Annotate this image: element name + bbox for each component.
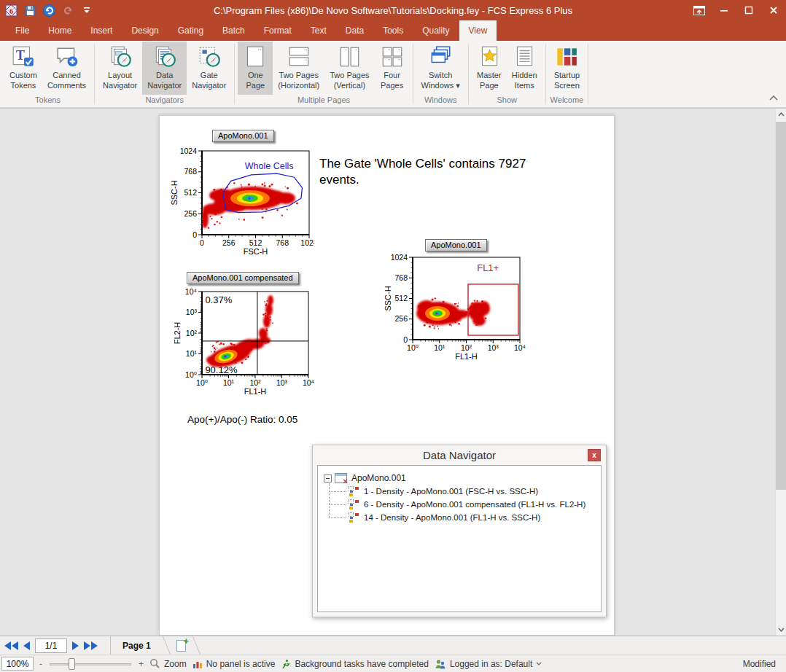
previous-page-button[interactable] xyxy=(23,641,30,650)
tab-home[interactable]: Home xyxy=(39,20,81,41)
quadrant-label-lower-left: 90.12% xyxy=(205,364,238,375)
tree-item-2[interactable]: 6 - Density - ApoMono.001 compensated (F… xyxy=(349,498,585,511)
tab-format[interactable]: Format xyxy=(254,20,301,41)
close-button[interactable] xyxy=(761,0,786,20)
custom-tokens-button[interactable]: TCustomTokens xyxy=(4,42,42,95)
scroll-down-icon[interactable] xyxy=(776,624,786,636)
tree-item-3[interactable]: 14 - Density - ApoMono.001 (FL1-H vs. SS… xyxy=(349,511,540,524)
ribbon-button-label: MasterPage xyxy=(477,71,502,91)
two-pages-h-icon xyxy=(287,44,311,69)
minimize-button[interactable] xyxy=(712,0,736,20)
plot-title[interactable]: ApoMono.001 xyxy=(212,130,274,142)
two-pages-v-button[interactable]: Two Pages(Vertical) xyxy=(324,42,374,95)
ribbon-group-label: Multiple Pages xyxy=(238,95,409,107)
ribbon-button-label: Two Pages(Vertical) xyxy=(330,71,369,91)
zoom-slider[interactable] xyxy=(50,657,131,671)
plot-node-icon xyxy=(349,486,359,496)
ribbon-button-label: Two Pages(Horizontal) xyxy=(278,71,319,91)
save-icon[interactable] xyxy=(23,4,36,17)
y-axis-label: SSC-H xyxy=(384,286,392,310)
one-page-button[interactable]: OnePage xyxy=(238,42,273,95)
scroll-up-icon[interactable] xyxy=(776,109,786,120)
add-page-button[interactable] xyxy=(172,640,191,652)
tab-text[interactable]: Text xyxy=(301,20,336,41)
undo-icon[interactable] xyxy=(42,4,55,17)
tab-tools[interactable]: Tools xyxy=(373,20,413,41)
tree-connector xyxy=(329,483,330,518)
tab-batch[interactable]: Batch xyxy=(213,20,254,41)
switch-windows-button[interactable]: SwitchWindows ▾ xyxy=(416,42,465,95)
gate-label: Whole Cells xyxy=(245,161,294,171)
window-title: C:\Program Files (x86)\De Novo Software\… xyxy=(0,5,786,16)
data-navigator-button[interactable]: DataNavigator xyxy=(142,42,187,95)
zoom-slider-thumb[interactable] xyxy=(69,658,75,670)
running-tasks-icon xyxy=(281,659,291,669)
custom-tokens-icon: T xyxy=(11,44,36,69)
y-tick-label: 10² xyxy=(186,329,198,337)
next-page-button[interactable] xyxy=(72,641,79,650)
window-controls xyxy=(687,0,786,20)
plot-title[interactable]: ApoMono.001 xyxy=(425,239,487,251)
ribbon-group-label: Windows xyxy=(416,95,465,107)
hidden-items-button[interactable]: HiddenItems xyxy=(507,42,542,95)
zoom-value[interactable]: 100% xyxy=(1,657,34,671)
tree-root-row[interactable]: ✕ ApoMono.001 xyxy=(324,472,406,485)
background-tasks-status: Background tasks have completed xyxy=(281,659,428,669)
density-plot-fsc-ssc[interactable]: ApoMono.0010102425676851251276825610240F… xyxy=(168,125,314,267)
x-tick-label: 10³ xyxy=(488,343,499,352)
tab-view[interactable]: View xyxy=(459,20,497,41)
gate-navigator-icon xyxy=(197,44,222,69)
redo-icon xyxy=(61,4,74,17)
tab-data[interactable]: Data xyxy=(336,20,373,41)
gate-navigator-button[interactable]: GateNavigator xyxy=(187,42,231,95)
x-tick-label: 10⁰ xyxy=(407,343,419,352)
ribbon-button-label: GateNavigator xyxy=(192,71,226,91)
density-plot-fl1-fl2-compensated[interactable]: ApoMono.001 compensated10⁰10⁴10¹10³10²10… xyxy=(174,270,320,410)
startup-screen-button[interactable]: StartupScreen xyxy=(549,42,585,95)
layout-navigator-button[interactable]: LayoutNavigator xyxy=(98,42,142,95)
svg-text:6: 6 xyxy=(9,7,13,15)
master-page-button[interactable]: MasterPage xyxy=(472,42,507,95)
gate-info-text[interactable]: The Gate 'Whole Cells' contains 7927 eve… xyxy=(319,156,527,188)
last-page-button[interactable] xyxy=(84,641,98,650)
fcs-express-window: 6 C:\Program Files (x86)\De Novo Softwar… xyxy=(0,0,786,672)
close-panel-button[interactable]: x xyxy=(588,449,601,461)
tab-file[interactable]: File xyxy=(6,20,39,41)
zoom-out-button[interactable]: - xyxy=(39,659,42,669)
tab-insert[interactable]: Insert xyxy=(81,20,122,41)
app-icon[interactable]: 6 xyxy=(4,4,17,17)
ribbon-group-label: Show xyxy=(472,95,542,107)
ratio-text[interactable]: Apo(+)/Apo(-) Ratio: 0.05 xyxy=(187,414,297,425)
tab-quality[interactable]: Quality xyxy=(413,20,459,41)
zoom-tool[interactable]: Zoom xyxy=(149,658,187,669)
data-navigator-title[interactable]: Data Navigator xyxy=(313,445,606,465)
zoom-in-button[interactable]: + xyxy=(139,659,144,669)
scrollbar-thumb[interactable] xyxy=(776,122,786,490)
qat-customize-icon[interactable] xyxy=(80,4,93,17)
tab-gating[interactable]: Gating xyxy=(168,20,213,41)
four-pages-button[interactable]: FourPages xyxy=(375,42,410,95)
collapse-ribbon-icon[interactable] xyxy=(769,94,779,101)
density-plot-fl1-ssc[interactable]: ApoMono.00110⁰102410¹76810²51210³25610⁴0… xyxy=(384,238,529,377)
login-status[interactable]: Logged in as: Default xyxy=(435,659,542,669)
plot-title[interactable]: ApoMono.001 compensated xyxy=(187,272,299,284)
two-pages-h-button[interactable]: Two Pages(Horizontal) xyxy=(273,42,324,95)
first-page-button[interactable] xyxy=(4,641,18,650)
vertical-scrollbar[interactable] xyxy=(775,109,786,636)
canned-comments-button[interactable]: CannedComments xyxy=(42,42,91,95)
page-navigation-bar: 1/1 Page 1 xyxy=(0,636,786,655)
y-tick-label: 1024 xyxy=(180,146,198,155)
maximize-button[interactable] xyxy=(736,0,761,20)
tree-item-1[interactable]: 1 - Density - ApoMono.001 (FSC-H vs. SSC… xyxy=(349,485,538,498)
layout-page[interactable]: ApoMono.0010102425676851251276825610240F… xyxy=(159,115,615,636)
y-axis-label: SSC-H xyxy=(170,180,179,205)
page-indicator[interactable]: 1/1 xyxy=(35,638,67,653)
tab-design[interactable]: Design xyxy=(122,20,168,41)
x-tick-label: 10¹ xyxy=(434,343,445,352)
y-tick-label: 0 xyxy=(403,335,408,344)
svg-text:T: T xyxy=(16,48,25,63)
data-navigator-panel[interactable]: Data Navigator x ✕ ApoMono.001 1 - Densi… xyxy=(312,445,607,617)
page-tab[interactable]: Page 1 xyxy=(110,636,161,655)
collapse-expander-icon[interactable] xyxy=(324,474,332,482)
ribbon-display-options-icon[interactable] xyxy=(687,0,712,20)
